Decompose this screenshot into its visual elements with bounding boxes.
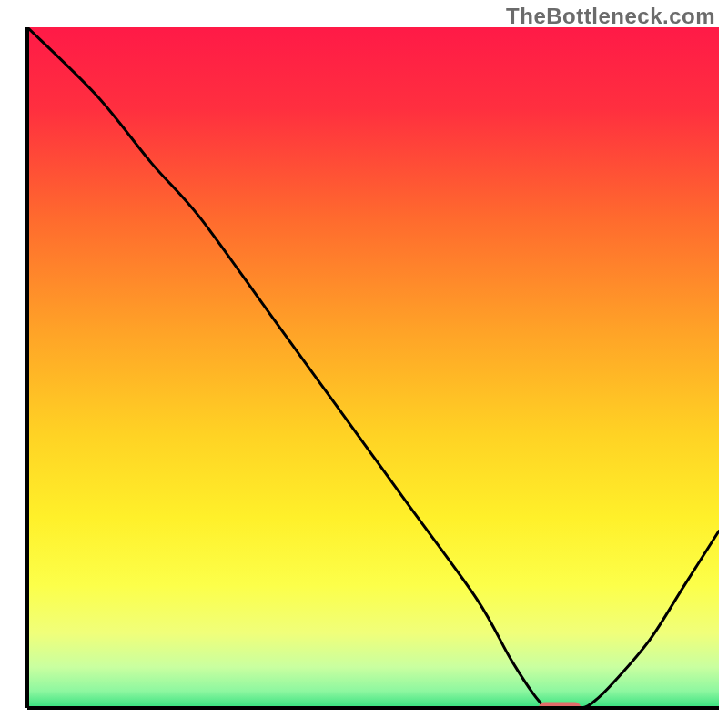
gradient-background bbox=[27, 27, 719, 708]
chart-frame: TheBottleneck.com bbox=[0, 0, 728, 728]
chart-svg bbox=[0, 0, 728, 728]
